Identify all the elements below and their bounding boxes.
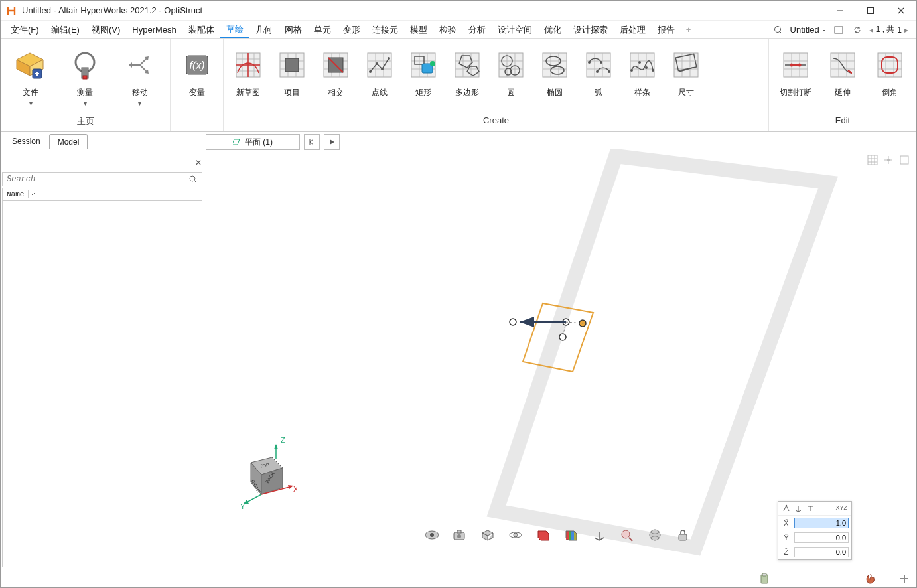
status-fire-icon[interactable]: [865, 573, 877, 585]
tree-col-name[interactable]: Name: [3, 190, 29, 198]
svg-point-1: [774, 26, 780, 32]
search-field[interactable]: [2, 172, 202, 186]
prompt-close-icon[interactable]: ✕: [192, 158, 204, 167]
view-axis-icon[interactable]: [591, 526, 608, 544]
close-button[interactable]: [886, 1, 916, 20]
chevron-down-icon[interactable]: [30, 192, 35, 197]
layout-single-icon[interactable]: [832, 23, 845, 37]
svg-marker-68: [274, 444, 278, 449]
menubar: 文件(F) 编辑(E) 视图(V) HyperMesh 装配体 草绘 几何 网格…: [1, 21, 916, 39]
svg-marker-55: [496, 156, 828, 548]
search-icon[interactable]: [188, 175, 202, 184]
ribbon-btn-polygon[interactable]: 多边形: [445, 43, 489, 98]
sync-icon[interactable]: [851, 23, 864, 37]
view-cube[interactable]: Z TOP RIGHT BACK X Y: [231, 436, 297, 509]
menu-post[interactable]: 后处理: [614, 21, 652, 38]
menu-hypermesh[interactable]: HyperMesh: [126, 21, 182, 38]
ribbon-btn-move[interactable]: 移动 ▾: [113, 43, 167, 107]
menu-analyze[interactable]: 分析: [462, 21, 492, 38]
menu-mesh[interactable]: 网格: [279, 21, 308, 38]
menu-sketch[interactable]: 草绘: [220, 21, 249, 38]
ribbon-btn-circle[interactable]: 圆: [489, 43, 533, 98]
ribbon-btn-extend[interactable]: 延伸: [819, 43, 866, 98]
page-prev-icon[interactable]: ◂: [869, 25, 873, 35]
view-rotate-icon[interactable]: [507, 526, 524, 544]
ribbon-btn-project[interactable]: 项目: [270, 43, 314, 98]
menubar-tab-dropdown[interactable]: Untitled: [790, 25, 827, 35]
menu-view[interactable]: 视图(V): [86, 21, 126, 38]
svg-point-18: [388, 57, 390, 60]
coord-y-input[interactable]: [794, 532, 849, 543]
menu-connectors[interactable]: 连接元: [366, 21, 404, 38]
coord-z-input[interactable]: [794, 547, 849, 557]
ribbon-btn-intersect[interactable]: 相交: [314, 43, 358, 98]
ribbon-btn-variable[interactable]: f(x) 变量: [173, 43, 220, 98]
menu-file[interactable]: 文件(F): [5, 21, 45, 38]
menu-designexplore[interactable]: 设计探索: [567, 21, 614, 38]
chevron-down-icon: ▾: [58, 100, 112, 107]
app-window: Untitled - Altair HyperWorks 2021.2 - Op…: [0, 0, 917, 588]
menu-elements[interactable]: 单元: [308, 21, 337, 38]
ribbon-btn-newsketch[interactable]: 新草图: [226, 43, 270, 98]
tab-model[interactable]: Model: [49, 134, 88, 149]
svg-text:Y: Y: [240, 502, 246, 509]
page-indicator: ◂ 1 , 共 1 ▸: [869, 24, 908, 35]
menu-assembly[interactable]: 装配体: [182, 21, 220, 38]
viewport[interactable]: XYZ X̂ Ŷ Ẑ Z TOP RIGHT BACK X: [204, 149, 916, 569]
titlebar: Untitled - Altair HyperWorks 2021.2 - Op…: [1, 1, 916, 21]
ribbon-btn-files[interactable]: 文件 ▾: [3, 43, 58, 107]
menu-geometry[interactable]: 几何: [249, 21, 279, 38]
ribbon-btn-dimension[interactable]: 尺寸: [664, 43, 708, 98]
ribbon-edit-label: Edit: [772, 115, 914, 130]
minimize-button[interactable]: [825, 1, 855, 20]
tab-session[interactable]: Session: [3, 133, 49, 149]
coord-popup: XYZ X̂ Ŷ Ẑ: [778, 501, 852, 560]
menu-edit[interactable]: 编辑(E): [45, 21, 86, 38]
tree-body[interactable]: [2, 201, 202, 567]
ribbon-btn-spline[interactable]: 样条: [620, 43, 664, 98]
svg-point-37: [608, 70, 610, 73]
view-display-red-icon[interactable]: [535, 526, 552, 544]
plane-mode-icon[interactable]: [806, 504, 814, 512]
ribbon-btn-fillet[interactable]: 倒角: [867, 43, 914, 98]
view-camera-icon[interactable]: [451, 526, 468, 544]
status-clipboard-icon[interactable]: [758, 573, 770, 585]
axis-mode-icon[interactable]: [794, 504, 802, 512]
ribbon-btn-pointline[interactable]: 点线: [358, 43, 401, 98]
ribbon-btn-measure[interactable]: 测量 ▾: [58, 43, 112, 107]
page-next-icon[interactable]: ▸: [904, 25, 908, 35]
svg-point-51: [190, 176, 195, 181]
svg-point-40: [638, 61, 641, 64]
view-lock-icon[interactable]: [674, 526, 691, 544]
svg-rect-11: [285, 58, 299, 72]
view-box-icon[interactable]: [479, 526, 496, 544]
ribbon-btn-ellipse[interactable]: 椭圆: [533, 43, 577, 98]
app-icon: [6, 5, 17, 16]
menu-morph[interactable]: 变形: [337, 21, 366, 38]
maximize-button[interactable]: [855, 1, 886, 20]
menu-validate[interactable]: 检验: [433, 21, 462, 38]
view-eye-icon[interactable]: [423, 526, 441, 544]
view-display-rgb-icon[interactable]: [563, 526, 580, 544]
ribbon-btn-rectangle[interactable]: 矩形: [401, 43, 445, 98]
search-input[interactable]: [3, 175, 188, 184]
prompt-prev-button[interactable]: [304, 134, 320, 150]
prompt-crumb[interactable]: 平面 (1): [206, 134, 300, 150]
svg-rect-92: [762, 573, 766, 576]
menubar-search-icon[interactable]: [772, 23, 785, 37]
prompt-play-button[interactable]: [324, 134, 340, 150]
view-toolbar: [423, 526, 691, 544]
menu-model[interactable]: 模型: [404, 21, 433, 38]
view-texture-icon[interactable]: [646, 526, 664, 544]
menu-report[interactable]: 报告: [652, 21, 681, 38]
menu-optimize[interactable]: 优化: [538, 21, 567, 38]
ribbon-btn-cutbreak[interactable]: 切割打断: [772, 43, 819, 98]
view-zoom-icon[interactable]: [618, 526, 636, 544]
ribbon-btn-arc[interactable]: 弧: [577, 43, 620, 98]
ribbon-section-home: 文件 ▾ 测量 ▾ 移动 ▾ 主页: [1, 39, 171, 131]
point-mode-icon[interactable]: [782, 504, 790, 512]
status-add-icon[interactable]: [899, 573, 910, 584]
menu-designspace[interactable]: 设计空间: [492, 21, 538, 38]
menu-add-icon[interactable]: +: [681, 21, 697, 38]
coord-x-input[interactable]: [794, 518, 849, 528]
